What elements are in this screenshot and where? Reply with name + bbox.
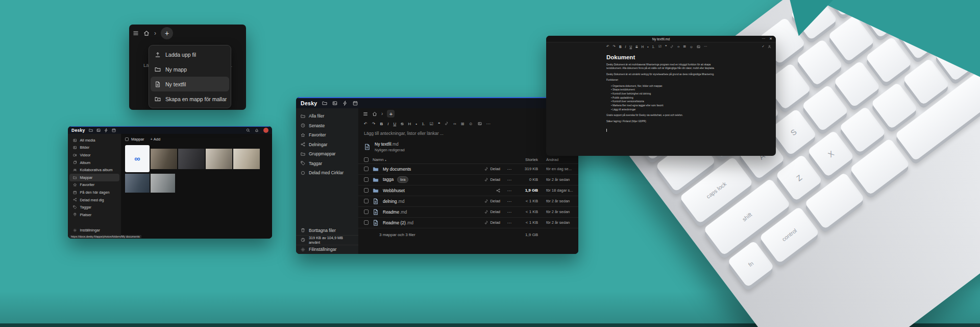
table-row-tagga[interactable]: taggabra Delad ··· 0 KB för 2 år sedan bbox=[358, 175, 578, 185]
table-icon[interactable]: ⊞ bbox=[461, 122, 464, 126]
sidebar-item-kollaborativa-album[interactable]: Kollaborativa album bbox=[69, 166, 119, 174]
table-row-my-documents[interactable]: My documents Delad ··· 319 KB för en dag… bbox=[358, 164, 578, 175]
more-icon[interactable]: ⋯ bbox=[704, 44, 707, 49]
notes-placeholder[interactable]: Lägg till anteckningar, listor eller län… bbox=[358, 128, 578, 137]
add-button[interactable]: +Add bbox=[150, 137, 160, 142]
heading-icon[interactable]: H bbox=[408, 122, 411, 126]
row-actions-icon[interactable]: ··· bbox=[504, 177, 514, 182]
sidebar-item-borttagna-filer[interactable]: Borttagna filer bbox=[296, 226, 358, 236]
photos-app-icon[interactable] bbox=[96, 128, 101, 132]
sidebar-item-delad-med-cirklar[interactable]: Delad med Cirklar bbox=[296, 168, 358, 178]
redo-icon[interactable]: ↷ bbox=[612, 44, 615, 49]
italic-icon[interactable]: I bbox=[387, 122, 388, 126]
shared-status[interactable] bbox=[474, 189, 500, 193]
sidebar-item-alla-filer[interactable]: Alla filer bbox=[296, 111, 358, 121]
row-checkbox[interactable] bbox=[364, 199, 369, 203]
sidebar-item-album[interactable]: Album bbox=[69, 159, 119, 167]
strikethrough-icon[interactable]: S bbox=[635, 45, 638, 49]
sidebar-item-favoriter[interactable]: Favoriter bbox=[69, 181, 119, 189]
row-actions-icon[interactable]: ··· bbox=[504, 167, 514, 172]
bullet-list-icon[interactable]: • bbox=[415, 122, 417, 126]
sidebar-item-filinstallningar[interactable]: Filinställningar bbox=[296, 245, 358, 254]
activity-app-icon[interactable] bbox=[342, 101, 348, 106]
photos-app-icon[interactable] bbox=[332, 101, 337, 106]
row-checkbox[interactable] bbox=[364, 177, 369, 182]
column-modified[interactable]: Ändrad bbox=[542, 157, 573, 162]
photo-thumbnail[interactable] bbox=[151, 174, 175, 193]
calendar-app-icon[interactable] bbox=[353, 101, 358, 106]
table-row-readme-2-md[interactable]: Readme (2).md Delad ··· < 1 KB för 2 år … bbox=[358, 218, 578, 228]
photo-thumbnail[interactable] bbox=[178, 149, 205, 169]
insert-image-icon[interactable] bbox=[478, 122, 482, 126]
row-checkbox[interactable] bbox=[364, 220, 369, 225]
row-actions-icon[interactable]: ··· bbox=[504, 209, 514, 215]
sidebar-item-pa-den-har-dagen[interactable]: På den här dagen bbox=[69, 189, 119, 196]
more-icon[interactable]: ⋯ bbox=[762, 37, 765, 41]
numbered-list-icon[interactable]: 1. bbox=[422, 122, 425, 126]
photo-thumbnail[interactable] bbox=[151, 149, 177, 169]
sidebar-toggle-icon[interactable] bbox=[363, 111, 368, 116]
sidebar-item-gruppmappar[interactable]: Gruppmappar bbox=[296, 149, 358, 159]
photo-thumbnail[interactable] bbox=[233, 149, 260, 169]
shared-status[interactable]: Delad bbox=[474, 167, 500, 171]
select-icon[interactable] bbox=[125, 137, 129, 141]
photo-thumbnail[interactable] bbox=[206, 149, 232, 169]
column-name[interactable]: Namn▴ bbox=[373, 157, 470, 162]
shared-status[interactable]: Delad bbox=[474, 220, 500, 225]
shared-status[interactable]: Delad bbox=[474, 199, 500, 203]
folder-card-desky[interactable]: ∞ bbox=[125, 145, 150, 172]
row-actions-icon[interactable]: ··· bbox=[504, 220, 514, 225]
close-icon[interactable]: ✕ bbox=[769, 37, 772, 41]
editor-content[interactable]: Dokument Desky Dokument är ett molnbaser… bbox=[546, 51, 776, 134]
sidebar-item-delad-med-dig[interactable]: Delad med dig bbox=[69, 196, 119, 204]
link-icon[interactable] bbox=[445, 122, 449, 126]
recent-file[interactable]: Ny textfil.md Nyligen redigerad bbox=[358, 137, 578, 156]
sidebar-item-videor[interactable]: Videor bbox=[69, 151, 119, 159]
check-icon[interactable]: ✓ bbox=[762, 44, 765, 49]
italic-icon[interactable]: I bbox=[625, 45, 626, 49]
search-icon[interactable] bbox=[246, 128, 250, 132]
tag-badge[interactable]: bra bbox=[397, 176, 408, 183]
row-actions-icon[interactable]: ··· bbox=[504, 188, 514, 193]
home-icon[interactable] bbox=[372, 111, 377, 116]
undo-icon[interactable]: ↶ bbox=[606, 44, 609, 49]
insert-image-icon[interactable] bbox=[697, 45, 700, 49]
home-icon[interactable] bbox=[143, 30, 150, 36]
check-list-icon[interactable]: ☑ bbox=[430, 122, 433, 126]
files-app-icon[interactable] bbox=[89, 128, 93, 132]
row-actions-icon[interactable]: ··· bbox=[504, 199, 514, 204]
select-all-checkbox[interactable] bbox=[364, 157, 369, 162]
more-icon[interactable]: ⋯ bbox=[486, 122, 491, 126]
underline-icon[interactable]: U bbox=[393, 122, 396, 126]
menu-item-skapa-mapp-for-mallar[interactable]: Skapa en mapp för mallar bbox=[151, 91, 229, 106]
avatar[interactable] bbox=[263, 128, 268, 133]
row-checkbox[interactable] bbox=[364, 209, 369, 214]
new-item-button[interactable]: + bbox=[387, 110, 395, 118]
undo-icon[interactable]: ↶ bbox=[364, 122, 368, 126]
sidebar-item-taggar[interactable]: Taggar bbox=[296, 159, 358, 169]
table-row-delning-md[interactable]: delning.md Delad ··· < 1 KB för 2 år sed… bbox=[358, 196, 578, 207]
menu-item-ladda-upp-fil[interactable]: Ladda upp fil bbox=[151, 47, 229, 62]
sidebar-item-delningar[interactable]: Delningar bbox=[296, 140, 358, 150]
table-row-webbhuset[interactable]: Webbhuset ··· 1,9 GB för 18 dagar s... bbox=[358, 185, 578, 196]
sidebar-item-senaste[interactable]: Senaste bbox=[296, 121, 358, 131]
sidebar-item-favoriter[interactable]: Favoriter bbox=[296, 130, 358, 140]
column-size[interactable]: Storlek bbox=[519, 157, 538, 162]
sidebar-item-installningar[interactable]: Inställningar bbox=[69, 226, 122, 234]
shared-status[interactable]: Delad bbox=[474, 209, 500, 214]
activity-app-icon[interactable] bbox=[104, 128, 108, 132]
collaborators-icon[interactable] bbox=[768, 45, 771, 49]
menu-item-ny-mapp[interactable]: Ny mapp bbox=[151, 62, 229, 77]
sidebar-item-mappar[interactable]: Mappar bbox=[69, 174, 119, 181]
row-checkbox[interactable] bbox=[364, 167, 369, 171]
menu-item-ny-textfil[interactable]: Ny textfil bbox=[151, 77, 229, 91]
table-icon[interactable]: ⊞ bbox=[683, 44, 686, 49]
underline-icon[interactable]: U bbox=[629, 45, 632, 49]
files-app-icon[interactable] bbox=[322, 101, 327, 106]
quote-icon[interactable]: ❝ bbox=[438, 122, 440, 126]
bold-icon[interactable]: B bbox=[380, 122, 383, 126]
heading-icon[interactable]: H bbox=[641, 45, 644, 49]
notifications-bell-icon[interactable] bbox=[255, 128, 259, 132]
emoji-icon[interactable]: ☺ bbox=[469, 122, 473, 126]
redo-icon[interactable]: ↷ bbox=[372, 122, 376, 126]
